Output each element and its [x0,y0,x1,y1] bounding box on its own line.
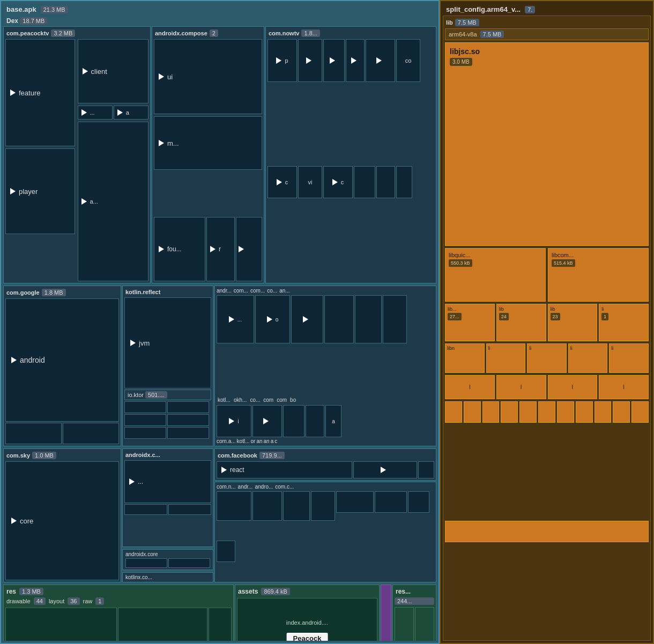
libquic-block[interactable]: libquic... 550.3 kB [445,248,546,302]
com-nowtv-block[interactable]: com.nowtv 1.8... p co c vi c [265,26,436,283]
androidx-core-block[interactable]: androidx.core [122,549,213,570]
play-icon [229,316,234,323]
libquic-size: 550.3 kB [449,259,472,267]
lib-tiny-libn[interactable]: libn [445,343,485,373]
lib-row5: l l l l [445,375,649,399]
nowtv-cell-2[interactable] [323,39,345,82]
libcom-block[interactable]: libcom... 515.4 kB [548,248,649,302]
nowtv-cell-vi[interactable]: vi [298,166,322,198]
feature-block[interactable]: feature [5,39,75,146]
lib-tiny-li3[interactable]: li [568,343,608,373]
lib-small-3-size: 23 [551,313,560,320]
android-block[interactable]: android [5,298,119,422]
core-block[interactable]: core [5,461,119,580]
io-ktor-block[interactable]: io.ktor 501.... [124,390,211,400]
lib-micro-5 [519,401,537,423]
nowtv-cell-6[interactable] [376,166,395,198]
react-block[interactable]: react [217,461,352,478]
mid-cell-i[interactable]: i [217,405,251,437]
androidx-compose-block[interactable]: androidx.compose 2 ui m... [152,26,264,283]
lib-tiny-li4[interactable]: li [609,343,649,373]
mid-cell-o[interactable]: o [255,295,290,343]
lib-micro-3 [482,401,500,423]
r-block[interactable]: r [206,217,235,281]
bmp-cell-4[interactable] [311,491,335,521]
bmp-cell-andro[interactable] [375,491,407,513]
lib-mini-l4[interactable]: l [599,375,649,399]
assets-section[interactable]: assets 869.4 kB index.android.... Peacoc… [235,585,380,641]
lib-mini-l3[interactable]: l [548,375,598,399]
lib-small-3[interactable]: lib 23 [548,304,598,341]
mid-cell-2[interactable] [291,295,323,343]
lib-micro-7 [557,401,574,423]
res-right-size: 244... [395,597,434,605]
assets-size: 869.4 kB [261,588,289,595]
fou-block[interactable]: fou... [154,217,205,281]
nowtv-cell-co[interactable]: co [396,39,420,82]
lib-micro-9 [594,401,612,423]
nowtv-cell-c2[interactable]: c [323,166,353,198]
bmp-cell-3[interactable] [283,491,310,521]
com-google-block[interactable]: com.google 1.8 MB android [3,286,121,446]
com-sky-block[interactable]: com.sky 1.0 MB core [3,448,121,582]
dots-block[interactable]: ... [78,106,113,119]
lib-micro-11 [631,401,649,423]
com-facebook-block[interactable]: com.facebook 719.9... react [214,448,436,481]
fb-small-block[interactable] [353,461,417,478]
client-block[interactable]: client [78,39,149,103]
mid-cell-5[interactable] [383,295,407,343]
lib-small-1[interactable]: lib... 27... [445,304,495,341]
ui-block[interactable]: ui [154,39,262,114]
lib-micro-6 [538,401,555,423]
dex-row2: com.google 1.8 MB android [3,286,436,446]
layout-count: 36 [68,597,79,605]
com-peacocktv-block[interactable]: com.peacocktv 3.2 MB feature player [3,26,151,283]
bmp-cell-2[interactable] [252,491,282,521]
nowtv-cell-3[interactable] [346,39,365,82]
nowtv-cell-7[interactable] [396,166,412,198]
lib-tiny-li2[interactable]: li [527,343,567,373]
res-section[interactable]: res 1.3 MB drawable 44 layout 36 raw 1 [3,585,234,641]
kotlin-reflect-block[interactable]: kotlin.reflect jvm io.ktor 501.... [122,286,213,446]
nowtv-cell-5[interactable] [354,166,375,198]
index-block[interactable]: index.android.... Peacock [237,598,377,641]
jvm-block[interactable]: jvm [124,297,211,388]
mid-cell-8[interactable] [306,405,324,437]
nowtv-cell-p[interactable]: p [267,39,297,82]
mid-cell-7[interactable] [283,405,304,437]
dots-block[interactable]: ... [124,460,211,503]
a-block[interactable]: a [114,106,148,119]
androidx-c-block[interactable]: androidx.c... ... [122,448,213,547]
bmp-cell-andr[interactable] [336,491,374,513]
lib-mini-l1[interactable]: l [445,375,495,399]
com-nowtv-title: com.nowtv 1.8... [267,28,434,38]
player-block[interactable]: player [5,148,75,234]
tiny-block[interactable] [236,217,262,281]
nowtv-cell-1[interactable] [298,39,322,82]
bmp-cell-5[interactable] [408,491,429,513]
lib-mini-l2[interactable]: l [496,375,546,399]
mid-cell-a[interactable]: a [325,405,341,437]
m-block[interactable]: m... [154,116,262,170]
play-icon [276,57,281,64]
nowtv-cell-4[interactable] [366,39,395,82]
bmp-cell-6[interactable] [217,541,235,562]
kotlinx-co-block[interactable]: kotlinx.co... [122,572,213,582]
lib-small-2[interactable]: lib 24 [496,304,546,341]
bmp-cell-1[interactable] [217,491,251,521]
play-icon [376,57,382,64]
lib-tiny-li1[interactable]: li [486,343,526,373]
mid-cell-3[interactable] [324,295,354,343]
lib-small-4[interactable]: li 1 [599,304,649,341]
a-dot-block[interactable]: a... [78,122,149,281]
res-right-block[interactable]: res... 244... [392,585,436,641]
libjsc-block[interactable]: libjsc.so 3.0 MB [445,42,649,246]
ktor-cell5 [124,427,166,439]
play-icon [159,246,164,252]
dex-content: com.peacocktv 3.2 MB feature player [3,26,436,641]
nowtv-cell-c1[interactable]: c [267,166,297,198]
mid-cell-4[interactable] [355,295,382,343]
mid-cell-6[interactable] [252,405,282,437]
mid-cell-1[interactable]: ... [217,295,254,343]
compose-left: ui m... [154,39,262,216]
